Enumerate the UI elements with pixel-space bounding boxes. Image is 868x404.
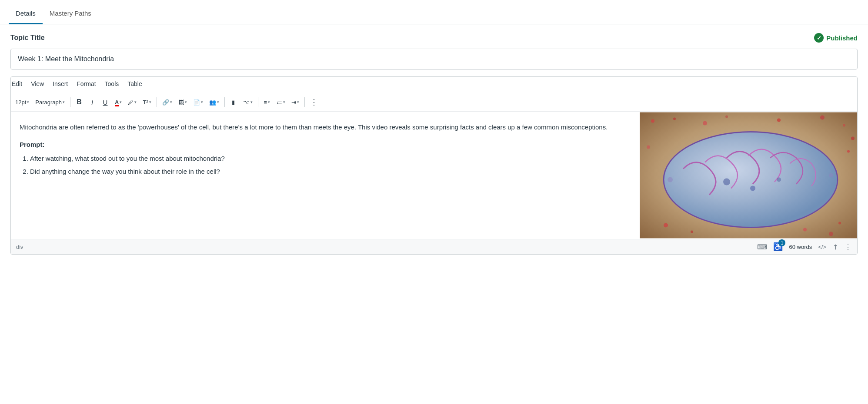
list-button[interactable]: ≔ ▾ <box>274 97 288 107</box>
superscript-chevron-icon: ▾ <box>149 100 151 104</box>
media-chevron-icon: ▾ <box>217 100 219 104</box>
svg-point-8 <box>851 137 855 140</box>
svg-point-4 <box>725 116 728 118</box>
rich-text-editor: Edit View Insert Format Tools Table 12pt… <box>10 76 858 255</box>
menu-table[interactable]: Table <box>127 80 142 87</box>
toolbar-separator-1 <box>70 97 70 107</box>
accessibility-badge: 1 <box>778 239 785 246</box>
menu-format[interactable]: Format <box>77 80 96 87</box>
table-icon: ▮ <box>232 99 235 106</box>
link-button[interactable]: 🔗 ▾ <box>160 97 175 107</box>
align-chevron-icon: ▾ <box>268 100 270 104</box>
svg-point-7 <box>843 124 845 127</box>
link-chevron-icon: ▾ <box>170 100 172 104</box>
keyboard-icon[interactable]: ⌨ <box>757 243 767 251</box>
toolbar-separator-4 <box>258 97 258 107</box>
svg-point-15 <box>838 222 841 225</box>
toolbar-more-icon: ⋮ <box>310 97 318 107</box>
svg-point-16 <box>664 132 838 228</box>
paragraph-chevron-icon: ▾ <box>63 100 65 104</box>
font-size-button[interactable]: 12pt ▾ <box>13 97 32 107</box>
svg-point-13 <box>803 228 807 232</box>
indent-chevron-icon: ▾ <box>297 100 299 104</box>
more-text-chevron-icon: ▾ <box>250 100 253 104</box>
svg-point-22 <box>829 173 833 178</box>
published-label: Published <box>826 34 858 42</box>
svg-point-5 <box>777 119 781 122</box>
editor-content-area[interactable]: Mitochondria are often referred to as th… <box>11 112 857 239</box>
highlight-button[interactable]: 🖊 ▾ <box>125 97 139 107</box>
menu-insert[interactable]: Insert <box>53 80 68 87</box>
svg-point-21 <box>668 177 673 182</box>
align-icon: ≡ <box>264 99 267 106</box>
statusbar-more-button[interactable]: ⋮ <box>844 242 852 252</box>
indent-icon: ⇥ <box>291 99 296 106</box>
topic-title-row: Topic Title ✓ Published <box>10 33 858 43</box>
superscript-icon: T² <box>143 99 148 106</box>
toolbar-more-button[interactable]: ⋮ <box>307 96 320 109</box>
list-item-2: Did anything change the way you think ab… <box>30 166 631 177</box>
table-insert-button[interactable]: ▮ <box>227 97 240 107</box>
mitochondria-image <box>640 112 857 239</box>
document-button[interactable]: 📄 ▾ <box>190 97 206 107</box>
highlight-chevron-icon: ▾ <box>134 100 137 104</box>
more-text-icon: ⌥ <box>243 99 250 106</box>
editor-statusbar: div ⌨ ♿ 1 60 words </> ↗ ⋮ <box>11 239 857 254</box>
toolbar-separator-2 <box>157 97 157 107</box>
svg-point-6 <box>820 116 825 120</box>
tab-mastery-paths[interactable]: Mastery Paths <box>43 4 98 24</box>
element-tag-label: div <box>16 244 23 250</box>
align-button[interactable]: ≡ ▾ <box>261 97 273 107</box>
svg-point-12 <box>691 231 693 233</box>
svg-point-18 <box>750 186 755 191</box>
main-content: Topic Title ✓ Published Edit View Insert… <box>0 24 868 263</box>
media-icon: 👥 <box>209 99 216 106</box>
editor-image-area <box>640 112 857 239</box>
toolbar-separator-5 <box>304 97 305 107</box>
content-paragraph: Mitochondria are often referred to as th… <box>20 122 631 132</box>
text-color-button[interactable]: A ▾ <box>112 97 124 107</box>
svg-point-3 <box>703 121 707 126</box>
svg-point-17 <box>723 179 730 185</box>
prompt-label: Prompt: <box>20 139 631 150</box>
list-item-1: After watching, what stood out to you th… <box>30 153 631 164</box>
editor-menu-bar: Edit View Insert Format Tools Table <box>11 77 857 91</box>
font-size-chevron-icon: ▾ <box>27 100 29 104</box>
topic-title-input[interactable] <box>10 49 858 70</box>
media-button[interactable]: 👥 ▾ <box>207 97 222 107</box>
editor-toolbar: 12pt ▾ Paragraph ▾ B I U A <box>11 93 857 112</box>
topic-title-label: Topic Title <box>10 34 45 42</box>
menu-edit[interactable]: Edit <box>12 80 22 87</box>
list-icon: ≔ <box>277 99 282 106</box>
menu-view[interactable]: View <box>31 80 44 87</box>
accessibility-button[interactable]: ♿ 1 <box>773 242 783 252</box>
source-code-button[interactable]: </> <box>818 244 826 250</box>
underline-button[interactable]: U <box>99 97 111 108</box>
expand-button[interactable]: ↗ <box>830 242 840 252</box>
svg-point-1 <box>651 119 654 123</box>
image-icon: 🖼 <box>178 99 184 106</box>
svg-point-11 <box>664 223 668 228</box>
text-color-icon: A <box>115 99 119 106</box>
document-icon: 📄 <box>193 99 200 106</box>
svg-point-9 <box>847 150 850 153</box>
editor-text-area[interactable]: Mitochondria are often referred to as th… <box>11 112 640 239</box>
image-chevron-icon: ▾ <box>185 100 187 104</box>
menu-tools[interactable]: Tools <box>105 80 119 87</box>
italic-button[interactable]: I <box>86 97 98 108</box>
statusbar-right-section: ⌨ ♿ 1 60 words </> ↗ ⋮ <box>757 242 852 252</box>
paragraph-style-button[interactable]: Paragraph ▾ <box>33 97 67 107</box>
indent-button[interactable]: ⇥ ▾ <box>289 97 302 107</box>
svg-point-10 <box>647 146 650 149</box>
bold-button[interactable]: B <box>73 96 85 108</box>
word-count-label: 60 words <box>789 244 812 250</box>
prompt-list: After watching, what stood out to you th… <box>20 153 631 177</box>
more-text-button[interactable]: ⌥ ▾ <box>240 97 255 107</box>
superscript-button[interactable]: T² ▾ <box>140 97 154 107</box>
link-icon: 🔗 <box>162 99 169 106</box>
list-chevron-icon: ▾ <box>283 100 285 104</box>
image-button[interactable]: 🖼 ▾ <box>176 97 190 107</box>
toolbar-separator-3 <box>224 97 225 107</box>
tab-details[interactable]: Details <box>9 4 43 24</box>
svg-point-2 <box>673 118 676 120</box>
